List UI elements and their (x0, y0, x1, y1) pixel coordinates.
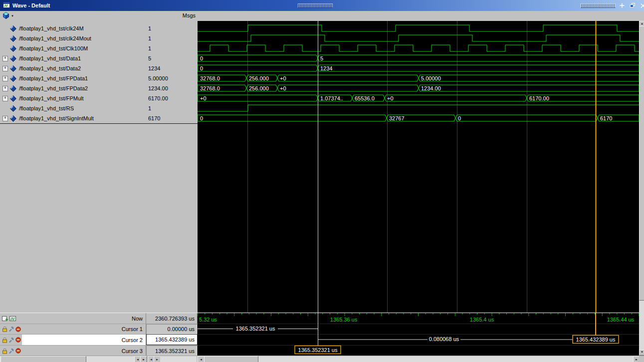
values-hscroll-track[interactable] (160, 356, 197, 362)
expand-plus-icon[interactable]: + (2, 116, 8, 121)
signal-diamond-icon (10, 75, 16, 82)
delete-cursor-icon (15, 348, 21, 354)
expand-plus-icon[interactable]: + (2, 66, 8, 71)
expand-plus-icon[interactable]: + (2, 76, 8, 81)
cursor-track-canvas[interactable]: 5.32 us1365.36 us1365.4 us1365.44 us1365… (198, 313, 639, 356)
expand-plus-icon[interactable]: + (2, 96, 8, 101)
signal-value-row[interactable]: 1 (146, 103, 198, 113)
wrench-icon (8, 348, 14, 354)
bus-value-label: 0 (458, 115, 461, 121)
values-column-header: Msgs (146, 11, 199, 20)
signal-value: 6170 (148, 115, 160, 121)
wrench-icon[interactable] (8, 348, 14, 354)
bus-value-label: 256.000 (249, 85, 269, 91)
signal-value-row[interactable]: 5.00000 (146, 73, 198, 83)
signal-value-row[interactable]: 1234.00 (146, 83, 198, 93)
bus-value-label: +0 (387, 95, 394, 101)
wave-hscroll-track[interactable] (198, 356, 639, 362)
signal-value-row[interactable]: 5 (146, 53, 198, 63)
expand-plus-icon[interactable]: + (2, 86, 8, 91)
signal-value-row[interactable]: 6170 (146, 113, 198, 124)
lock-icon[interactable] (2, 326, 7, 332)
cursor-time-value[interactable]: 1365.352321 us (146, 345, 198, 356)
signal-names-panel[interactable]: /floatplay1_vhd_tst/clk24M/floatplay1_vh… (0, 21, 147, 315)
delete-cursor-icon[interactable] (15, 348, 21, 354)
wave-scroll-left-button[interactable]: ◄ (198, 356, 205, 362)
cursor-row-label: Now (132, 316, 143, 322)
signal-row[interactable]: +/floatplay1_vhd_tst/Data1 (0, 53, 146, 63)
signal-name: /floatplay1_vhd_tst/Data1 (19, 55, 81, 61)
close-icon[interactable] (639, 2, 644, 9)
cursor-row-label: Cursor 1 (122, 326, 143, 332)
expand-plus-icon[interactable]: + (2, 56, 8, 61)
cursor-row-label-cell[interactable]: Cursor 3 (0, 345, 146, 356)
signal-row[interactable]: +/floatplay1_vhd_tst/FPData2 (0, 83, 146, 93)
titlebar-grip[interactable] (581, 3, 616, 8)
bus-value-label: 5.00000 (421, 75, 441, 81)
waveform-canvas[interactable]: 050123432768.0256.000+05.0000032768.0256… (198, 21, 639, 313)
lock-icon[interactable] (2, 337, 7, 343)
cursor-time-value[interactable]: 0.00000 us (146, 324, 198, 334)
cursor-row-label-cell[interactable]: Cursor 1 (0, 324, 146, 334)
delete-cursor-icon[interactable] (15, 327, 21, 332)
signal-value: 1 (148, 35, 151, 41)
chevron-down-icon[interactable]: ▼ (11, 14, 14, 17)
delete-cursor-icon[interactable] (15, 337, 21, 343)
signal-diamond-icon (10, 35, 16, 42)
signal-value-row[interactable]: 1 (146, 33, 198, 43)
bus-value-label: 0 (200, 115, 203, 121)
wave-hscroll-thumb[interactable] (204, 356, 258, 362)
waveform-area[interactable]: 050123432768.0256.000+05.0000032768.0256… (198, 21, 639, 313)
cursor-time-value[interactable]: 2360.726393 us (146, 313, 198, 324)
bus-value-label: +0 (280, 75, 286, 81)
add-cursor-icon[interactable] (2, 316, 8, 322)
window-title: Wave - Default (12, 2, 50, 8)
cursor-time-value[interactable]: 1365.432389 us (146, 334, 198, 345)
dock-button[interactable] (618, 2, 626, 9)
signal-values-panel[interactable]: 111512345.000001234.006170.0016170 (146, 21, 198, 315)
cursor-row-label-cell[interactable]: Cursor 2 (0, 334, 146, 345)
signal-row[interactable]: /floatplay1_vhd_tst/Clk100M (0, 43, 146, 53)
vertical-scrollbar[interactable]: ▲ ▼ (639, 21, 644, 356)
titlebar-grip[interactable] (298, 3, 333, 8)
wrench-icon (8, 326, 14, 332)
signal-name: /floatplay1_vhd_tst/FPData1 (19, 75, 88, 81)
restore-button[interactable] (629, 2, 637, 9)
names-hscroll-thumb[interactable] (0, 356, 86, 362)
signal-value-row[interactable]: 1 (146, 23, 198, 33)
cursor3-time-label: 1365.352321 us (298, 347, 338, 353)
lock-icon[interactable] (2, 348, 7, 354)
signal-value: 6170.00 (148, 95, 168, 101)
values-scroll-right-button[interactable]: ► (154, 356, 161, 362)
signal-row[interactable]: +/floatplay1_vhd_tst/FPMult (0, 93, 146, 103)
vertical-scroll-thumb[interactable] (639, 26, 644, 301)
scroll-down-button[interactable]: ▼ (639, 350, 644, 356)
signal-value-row[interactable]: 1234 (146, 63, 198, 73)
lock-icon (2, 326, 7, 332)
cursor-row-label-cell[interactable]: Now (0, 313, 146, 324)
signal-diamond-icon (10, 85, 16, 92)
signal-name: /floatplay1_vhd_tst/FPData2 (19, 85, 88, 91)
timeline-label: 5.32 us (199, 317, 217, 323)
bus-value-label: 32767 (389, 115, 405, 121)
titlebar[interactable]: Wave - Default (0, 0, 644, 11)
wave-mode-cube-icon[interactable] (2, 11, 10, 20)
wave-toolbar: ▼ Msgs (0, 11, 644, 21)
signal-row[interactable]: +/floatplay1_vhd_tst/Data2 (0, 63, 146, 73)
signal-row[interactable]: /floatplay1_vhd_tst/RS (0, 103, 146, 113)
signal-row[interactable]: /floatplay1_vhd_tst/clk24Mout (0, 33, 146, 43)
signal-row[interactable]: /floatplay1_vhd_tst/clk24M (0, 23, 146, 33)
signal-row[interactable]: +/floatplay1_vhd_tst/SignIntMult (0, 113, 146, 124)
waveform-icon[interactable] (9, 316, 16, 322)
signal-value-row[interactable]: 6170.00 (146, 93, 198, 103)
signal-row[interactable]: +/floatplay1_vhd_tst/FPData1 (0, 73, 146, 83)
wrench-icon[interactable] (8, 326, 14, 332)
bus-value-label: 65536.0 (355, 95, 375, 101)
timeline-label: 1365.36 us (330, 317, 358, 323)
bus-value-label: 1.07374.. (320, 95, 343, 101)
names-scroll-right-button[interactable]: ► (140, 356, 147, 362)
signal-value-row[interactable]: 1 (146, 43, 198, 53)
wrench-icon[interactable] (8, 337, 14, 343)
delete-cursor-icon (15, 327, 21, 332)
waveform-icon (9, 316, 16, 322)
